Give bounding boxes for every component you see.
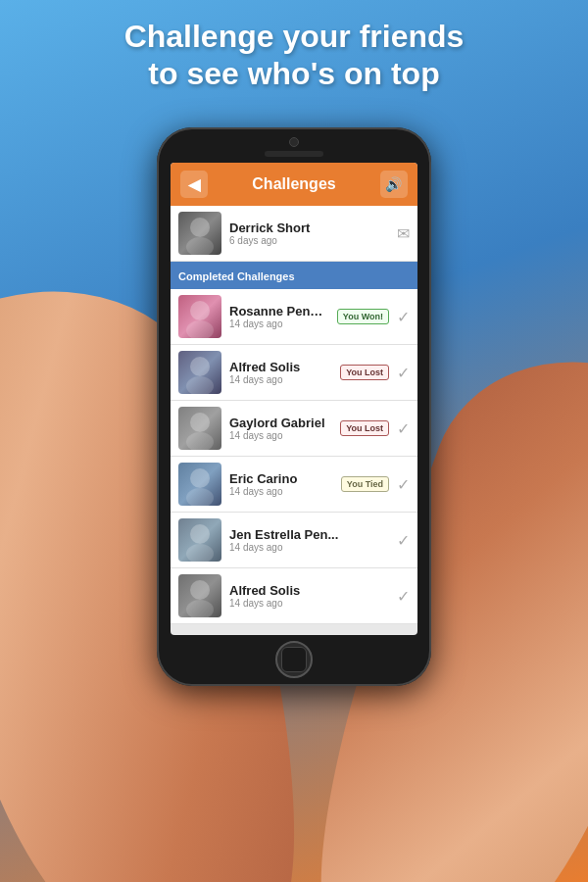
svg-point-12 xyxy=(190,580,210,600)
status-icon: ✓ xyxy=(397,587,410,606)
svg-point-0 xyxy=(190,218,210,237)
challenge-info: Eric Carino 14 days ago xyxy=(229,471,333,497)
phone-speaker xyxy=(265,151,323,157)
status-icon: ✉ xyxy=(397,224,410,243)
svg-point-1 xyxy=(186,237,214,255)
headline: Challenge your friends to see who's on t… xyxy=(0,18,588,93)
challenge-time: 14 days ago xyxy=(229,598,389,609)
home-button-inner xyxy=(281,647,307,672)
svg-point-7 xyxy=(186,432,214,450)
challenge-info: Gaylord Gabriel 14 days ago xyxy=(229,416,332,441)
status-icon: ✓ xyxy=(397,419,410,438)
challenge-badge: You Tied xyxy=(341,476,389,492)
challenge-name: Alfred Solis xyxy=(229,360,332,374)
headline-line2: to see who's on top xyxy=(29,55,559,92)
back-icon: ◀ xyxy=(188,175,200,194)
challenge-badge: You Won! xyxy=(337,309,389,324)
challenge-info: Jen Estrella Pen... 14 days ago xyxy=(229,527,389,553)
svg-point-13 xyxy=(186,600,214,617)
challenge-name: Alfred Solis xyxy=(229,583,389,598)
pending-list: Derrick Short 6 days ago ✉ xyxy=(171,206,417,262)
svg-point-8 xyxy=(190,468,210,488)
challenge-name: Rosanne Peney... xyxy=(229,304,329,318)
svg-point-2 xyxy=(190,301,210,320)
home-button[interactable] xyxy=(275,641,313,678)
completed-section-header: Completed Challenges xyxy=(171,262,417,289)
headline-line1: Challenge your friends xyxy=(29,18,559,55)
svg-point-10 xyxy=(190,524,210,544)
challenge-info: Derrick Short 6 days ago xyxy=(229,220,389,246)
challenge-name: Derrick Short xyxy=(229,220,389,235)
challenge-badge: You Lost xyxy=(340,420,389,436)
svg-point-5 xyxy=(186,376,214,394)
status-icon: ✓ xyxy=(397,531,410,550)
challenge-name: Eric Carino xyxy=(229,471,333,486)
screen-title: Challenges xyxy=(252,175,335,193)
challenge-time: 6 days ago xyxy=(229,235,389,246)
list-item[interactable]: Derrick Short 6 days ago ✉ xyxy=(171,206,417,262)
challenge-info: Rosanne Peney... 14 days ago xyxy=(229,304,329,329)
challenge-badge: You Lost xyxy=(340,365,389,380)
back-button[interactable]: ◀ xyxy=(180,171,208,198)
phone-top-bar xyxy=(157,127,431,157)
list-item[interactable]: Alfred Solis 14 days ago You Lost ✓ xyxy=(171,345,417,401)
list-item[interactable]: Jen Estrella Pen... 14 days ago ✓ xyxy=(171,513,417,568)
sound-icon: 🔊 xyxy=(385,176,402,192)
phone-screen: ◀ Challenges 🔊 Derrick Short 6 days ago … xyxy=(171,163,417,635)
challenge-time: 14 days ago xyxy=(229,374,332,385)
challenge-name: Jen Estrella Pen... xyxy=(229,527,389,542)
svg-point-6 xyxy=(190,413,210,432)
svg-point-11 xyxy=(186,544,214,562)
list-item[interactable]: Rosanne Peney... 14 days ago You Won! ✓ xyxy=(171,289,417,345)
status-icon: ✓ xyxy=(397,475,410,494)
challenge-time: 14 days ago xyxy=(229,542,389,553)
challenge-time: 14 days ago xyxy=(229,318,329,329)
challenge-time: 14 days ago xyxy=(229,430,332,441)
challenge-info: Alfred Solis 14 days ago xyxy=(229,583,389,609)
list-item[interactable]: Eric Carino 14 days ago You Tied ✓ xyxy=(171,457,417,513)
completed-section-label: Completed Challenges xyxy=(178,270,295,282)
challenge-name: Gaylord Gabriel xyxy=(229,416,332,430)
status-icon: ✓ xyxy=(397,308,410,326)
screen-header: ◀ Challenges 🔊 xyxy=(171,163,417,206)
svg-point-4 xyxy=(190,357,210,376)
status-icon: ✓ xyxy=(397,364,410,382)
phone: ◀ Challenges 🔊 Derrick Short 6 days ago … xyxy=(157,127,431,686)
sound-button[interactable]: 🔊 xyxy=(380,171,408,198)
completed-list: Rosanne Peney... 14 days ago You Won! ✓ … xyxy=(171,289,417,624)
phone-camera xyxy=(289,137,299,147)
list-item[interactable]: Alfred Solis 14 days ago ✓ xyxy=(171,568,417,624)
challenge-info: Alfred Solis 14 days ago xyxy=(229,360,332,385)
challenge-time: 14 days ago xyxy=(229,486,333,497)
svg-point-3 xyxy=(186,320,214,338)
list-item[interactable]: Gaylord Gabriel 14 days ago You Lost ✓ xyxy=(171,401,417,457)
svg-point-9 xyxy=(186,488,214,506)
